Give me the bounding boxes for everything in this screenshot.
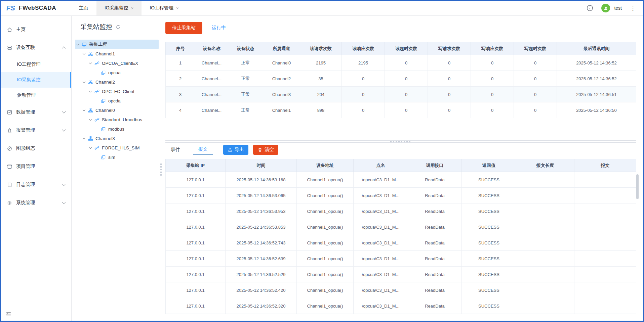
- sidebar-subitem-label: IO工程管理: [17, 61, 41, 67]
- top-tab-label: 主页: [79, 5, 88, 11]
- top-tab[interactable]: IO采集监控×: [96, 1, 142, 15]
- cell: Channel0: [263, 55, 300, 71]
- cell: Channel1_opcua(): [297, 235, 354, 251]
- table-row[interactable]: 3Channel...正常Channel3204000002025-05-12 …: [166, 87, 636, 102]
- cell: Channel...: [195, 55, 228, 71]
- cell: \opcua\C3_D1_M...: [354, 267, 408, 282]
- cell: 正常: [228, 55, 263, 71]
- cell: 0: [471, 55, 514, 71]
- message-tab[interactable]: 报文: [193, 144, 213, 155]
- tree-node[interactable]: opcda: [75, 96, 159, 105]
- sidebar-item[interactable]: 设备互联: [1, 39, 71, 57]
- tree-node[interactable]: Channel1: [75, 49, 159, 58]
- driver-icon: [94, 61, 99, 66]
- sidebar-item[interactable]: 系统管理: [1, 194, 71, 212]
- cell: ReadData: [408, 203, 462, 219]
- cell: 0: [342, 102, 385, 118]
- driver-icon: [94, 117, 99, 122]
- sidebar-subitem[interactable]: 驱动管理: [1, 88, 71, 103]
- caret-down-icon[interactable]: [76, 42, 79, 45]
- table-row[interactable]: 127.0.0.12025-05-12 14:36:52.529Channel1…: [166, 267, 636, 282]
- table-row[interactable]: 127.0.0.12025-05-12 14:36:52.639Channel1…: [166, 251, 636, 267]
- sidebar-subitem-label: 驱动管理: [17, 92, 36, 98]
- sidebar-item[interactable]: 图形组态: [1, 139, 71, 157]
- tree-node[interactable]: 采集工程: [75, 40, 159, 49]
- message-table: 采集站 IP时间设备地址点名调用接口返回值报文长度报文127.0.0.12025…: [165, 159, 636, 314]
- table-row[interactable]: 4Channel...正常Channel1898000002025-05-12 …: [166, 102, 636, 118]
- tree-node[interactable]: modbus: [75, 124, 159, 134]
- sidebar-item[interactable]: 项目管理: [1, 157, 71, 176]
- refresh-icon[interactable]: [116, 25, 121, 30]
- cell: \opcua\C3_D1_M...: [354, 188, 408, 203]
- cell: 0: [471, 71, 514, 87]
- column-header: 读响应次数: [342, 42, 385, 55]
- tree-node[interactable]: Channel2: [75, 77, 159, 87]
- info-icon[interactable]: [587, 5, 593, 11]
- splitter-grip-icon: [390, 141, 412, 142]
- sidebar-subitem[interactable]: IO采集监控: [1, 72, 71, 88]
- cell: ReadData: [408, 188, 462, 203]
- top-tab[interactable]: IO工程管理×: [142, 1, 187, 15]
- table-row[interactable]: 127.0.0.12025-05-12 14:36:52.743Channel1…: [166, 235, 636, 251]
- caret-down-icon[interactable]: [83, 108, 85, 111]
- caret-down-icon[interactable]: [83, 136, 85, 139]
- sidebar-item[interactable]: 报警管理: [1, 121, 71, 139]
- caret-down-icon[interactable]: [89, 61, 92, 64]
- table-row[interactable]: 127.0.0.12025-05-12 14:36:53.168Channel1…: [166, 172, 636, 188]
- caret-down-icon[interactable]: [89, 146, 92, 148]
- sidebar-subitem-label: IO采集监控: [17, 77, 41, 83]
- sidebar-subitem[interactable]: IO工程管理: [1, 57, 71, 72]
- more-menu-icon[interactable]: ⋮: [630, 5, 636, 11]
- vertical-splitter-handle[interactable]: [160, 164, 162, 176]
- caret-placeholder: [95, 99, 98, 101]
- top-tab[interactable]: 主页: [71, 1, 96, 15]
- caret-down-icon[interactable]: [89, 89, 92, 92]
- data-table: 采集站 IP时间设备地址点名调用接口返回值报文长度报文127.0.0.12025…: [165, 159, 636, 314]
- sidebar-item-label: 设备互联: [16, 45, 35, 51]
- stop-station-button[interactable]: 停止采集站: [165, 22, 202, 34]
- vertical-scrollbar[interactable]: [636, 174, 639, 199]
- sidebar-item[interactable]: 主页: [1, 20, 71, 39]
- tree-node[interactable]: OPC_FC_Client: [75, 87, 159, 96]
- table-row[interactable]: 127.0.0.12025-05-12 14:36:53.853Channel1…: [166, 219, 636, 235]
- cell: [574, 298, 636, 314]
- tree-node[interactable]: sim: [75, 152, 159, 162]
- cell: 2025-05-12 14:36:50: [557, 102, 636, 118]
- caret-placeholder: [95, 155, 98, 158]
- sidebar-item[interactable]: 数据管理: [1, 103, 71, 121]
- tree-node[interactable]: OPCUA_ClientEX: [75, 58, 159, 68]
- cell: SUCCESS: [462, 298, 516, 314]
- project-icon: [7, 164, 12, 170]
- table-row[interactable]: 127.0.0.12025-05-12 14:36:52.420Channel1…: [166, 282, 636, 298]
- cell: 2195: [342, 55, 385, 71]
- export-button[interactable]: 导出: [223, 145, 248, 155]
- table-row[interactable]: 127.0.0.12025-05-12 14:36:52.320Channel1…: [166, 298, 636, 314]
- caret-down-icon[interactable]: [89, 118, 92, 120]
- user-avatar[interactable]: [601, 4, 610, 12]
- cell: [516, 282, 574, 298]
- tab-close-icon[interactable]: ×: [176, 6, 179, 11]
- column-header: 序号: [166, 42, 195, 55]
- tree-node[interactable]: Channel0: [75, 105, 159, 115]
- sidebar-item[interactable]: 日志管理: [1, 176, 71, 194]
- column-header: 时间: [226, 159, 297, 172]
- caret-down-icon[interactable]: [83, 52, 85, 54]
- column-header: 读请求次数: [300, 42, 342, 55]
- tree-node[interactable]: opcua: [75, 68, 159, 77]
- table-row[interactable]: 127.0.0.12025-05-12 14:36:53.065Channel1…: [166, 188, 636, 203]
- tree-node[interactable]: Standard_Umodbus: [75, 115, 159, 124]
- caret-down-icon[interactable]: [83, 80, 85, 83]
- sidebar-collapse-icon[interactable]: [5, 311, 12, 317]
- cell: Channel...: [195, 102, 228, 118]
- horizontal-splitter[interactable]: [165, 140, 636, 143]
- table-row[interactable]: 2Channel...正常Channel235000002025-05-12 1…: [166, 71, 636, 87]
- clear-button[interactable]: 清空: [253, 145, 278, 155]
- table-row[interactable]: 127.0.0.12025-05-12 14:36:53.953Channel1…: [166, 203, 636, 219]
- cell: 2025-05-12 14:36:53.853: [226, 219, 297, 235]
- message-tab[interactable]: 事件: [165, 144, 186, 155]
- tree-node[interactable]: Channel3: [75, 134, 159, 143]
- tree-node-label: opcua: [108, 70, 121, 75]
- tree-node[interactable]: FORCE_HLS_SIM: [75, 143, 159, 152]
- table-row[interactable]: 1Channel...正常Channel02195219500002025-05…: [166, 55, 636, 71]
- tab-close-icon[interactable]: ×: [131, 6, 134, 11]
